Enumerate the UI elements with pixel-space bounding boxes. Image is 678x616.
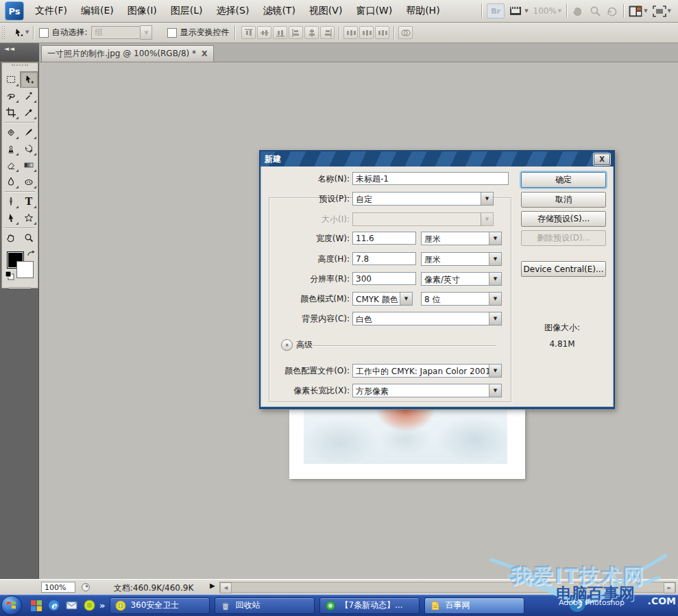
align-top-edges-button[interactable] [241, 26, 256, 39]
auto-select-checkbox[interactable]: 自动选择: [39, 27, 87, 38]
chevron-down-icon[interactable]: ▼ [489, 273, 501, 285]
ie-icon[interactable]: e [48, 600, 60, 611]
height-input[interactable]: 7.8 [352, 252, 416, 265]
save-preset-button[interactable]: 存储预设(S)... [521, 211, 606, 227]
taskbar-button[interactable]: 【7条新动态】... [319, 597, 420, 614]
quick-launch-overflow-icon[interactable]: » [99, 600, 105, 611]
distribute-left-edges-button[interactable] [343, 26, 358, 39]
width-input[interactable]: 11.6 [352, 232, 416, 245]
drag-grip[interactable] [1, 25, 6, 40]
rotate-view-icon[interactable] [606, 5, 618, 17]
auto-align-layers-button[interactable] [398, 26, 413, 39]
move-tool[interactable] [20, 71, 38, 88]
mail-icon[interactable] [66, 600, 77, 611]
launch-bridge-button[interactable]: Br [487, 3, 505, 19]
align-left-edges-button[interactable] [289, 26, 303, 39]
zoom-percent-input[interactable]: 100% [41, 582, 75, 593]
background-color-swatch[interactable] [16, 261, 34, 278]
clone-stamp-tool[interactable] [2, 140, 20, 157]
lasso-tool[interactable] [2, 88, 20, 104]
name-input[interactable]: 未标题-1 [352, 172, 509, 185]
color-mode-dropdown[interactable]: CMYK 颜色 ▼ [352, 292, 413, 306]
ok-button[interactable]: 确定 [521, 172, 606, 188]
hand-tool[interactable] [2, 230, 20, 246]
dialog-title-bar[interactable]: 新建 X [261, 151, 614, 167]
brush-tool[interactable] [20, 124, 38, 140]
rectangular-marquee-tool[interactable] [2, 71, 20, 88]
crop-tool[interactable] [2, 104, 20, 121]
gradient-tool[interactable] [20, 157, 38, 173]
resolution-input[interactable]: 300 [352, 272, 416, 285]
chevron-down-icon[interactable]: ▼ [489, 232, 501, 245]
sponge-tool[interactable] [20, 173, 38, 190]
zoom-tool[interactable] [20, 230, 38, 246]
chevron-down-icon[interactable]: ▼ [489, 365, 501, 377]
chevron-down-icon[interactable]: ▼ [489, 312, 501, 325]
horizontal-scrollbar[interactable]: ◀ ► [219, 582, 676, 593]
blur-tool[interactable] [2, 173, 20, 190]
eraser-tool[interactable] [2, 157, 20, 173]
auto-select-scope-select[interactable]: 组 [91, 26, 141, 39]
width-unit-dropdown[interactable]: 厘米 ▼ [421, 232, 502, 245]
height-unit-dropdown[interactable]: 厘米 ▼ [421, 252, 502, 266]
menu-item[interactable]: 视图(V) [302, 2, 350, 20]
screen-mode-button[interactable]: ▼ [653, 5, 671, 17]
menu-item[interactable]: 文件(F) [28, 2, 74, 20]
menu-item[interactable]: 图层(L) [164, 2, 210, 20]
scroll-right-icon[interactable]: ► [664, 582, 675, 593]
chevron-down-icon[interactable]: ▼ [489, 253, 501, 265]
distribute-right-edges-button[interactable] [375, 26, 389, 39]
preset-dropdown[interactable]: 自定 ▼ [352, 192, 494, 206]
pixel-aspect-dropdown[interactable]: 方形像素 ▼ [352, 384, 502, 397]
type-tool[interactable]: T [20, 193, 38, 210]
chevron-down-icon[interactable]: ▼ [481, 193, 493, 205]
cancel-button[interactable]: 取消 [521, 192, 606, 208]
taskbar-button[interactable]: 360安全卫士 [110, 597, 210, 614]
chevron-down-icon[interactable]: ▼ [489, 293, 501, 305]
align-right-edges-button[interactable] [320, 26, 335, 39]
zoom-level-control[interactable]: 100% ▼ [533, 6, 562, 16]
magic-wand-tool[interactable] [20, 88, 38, 104]
chevron-down-icon[interactable]: ▼ [400, 293, 412, 305]
align-bottom-edges-button[interactable] [273, 26, 287, 39]
healing-brush-tool[interactable] [2, 124, 20, 140]
close-icon[interactable]: X [202, 49, 207, 58]
extras-button[interactable]: ▼ [509, 5, 528, 16]
chevron-down-icon[interactable]: ▼ [489, 384, 501, 397]
360-circle-icon[interactable] [84, 600, 95, 611]
status-menu-arrow-icon[interactable]: ▶ [210, 582, 215, 589]
taskbar-button[interactable]: 百事网 [424, 597, 524, 614]
path-selection-tool[interactable] [2, 210, 20, 226]
eyedropper-tool[interactable] [20, 104, 38, 121]
background-contents-dropdown[interactable]: 白色 ▼ [352, 312, 502, 325]
hand-tool-icon[interactable] [572, 5, 584, 17]
menu-item[interactable]: 滤镜(T) [256, 2, 302, 20]
colorful-app-icon[interactable] [30, 600, 42, 611]
workspace-layout-button[interactable]: ▼ [629, 5, 647, 17]
menu-item[interactable]: 帮助(H) [399, 2, 446, 20]
menu-item[interactable]: 编辑(E) [74, 2, 121, 20]
menu-item[interactable]: 选择(S) [210, 2, 256, 20]
zoom-tool-icon[interactable] [589, 5, 601, 17]
distribute-horizontal-centers-button[interactable] [359, 26, 374, 39]
device-central-button[interactable]: Device Central(E)... [521, 261, 606, 277]
align-horizontal-centers-button[interactable] [304, 26, 319, 39]
status-clock-icon[interactable] [81, 582, 90, 592]
default-colors-icon[interactable] [5, 271, 15, 281]
document-tab[interactable]: 一寸照片的制作.jpg @ 100%(RGB/8) * X [41, 45, 214, 62]
resolution-unit-dropdown[interactable]: 像素/英寸 ▼ [421, 272, 502, 286]
custom-shape-tool[interactable] [20, 210, 38, 226]
start-button[interactable] [0, 595, 25, 616]
close-button[interactable]: X [594, 153, 610, 165]
current-tool-button[interactable]: ▼ [9, 27, 33, 38]
chevron-down-icon[interactable]: ▼ [141, 25, 152, 40]
align-vertical-centers-button[interactable] [257, 26, 271, 39]
menu-item[interactable]: 图像(I) [121, 2, 164, 20]
taskbar-button[interactable]: 回收站 [215, 597, 315, 614]
drag-grip[interactable] [12, 64, 28, 70]
scroll-left-icon[interactable]: ◀ [220, 582, 232, 593]
history-brush-tool[interactable] [20, 140, 38, 157]
bit-depth-dropdown[interactable]: 8 位 ▼ [421, 292, 502, 306]
menu-item[interactable]: 窗口(W) [349, 2, 399, 20]
pen-tool[interactable] [2, 193, 20, 210]
